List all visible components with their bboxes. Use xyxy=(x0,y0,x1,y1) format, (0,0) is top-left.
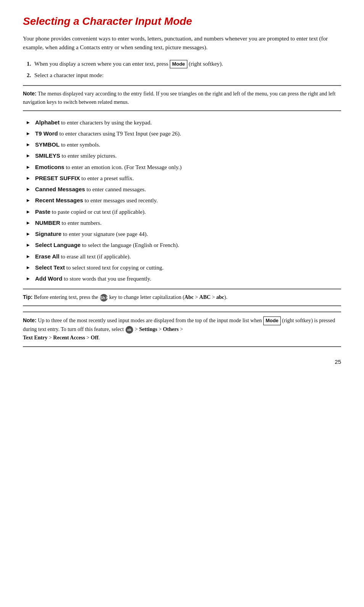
list-item: Select Text to select stored text for co… xyxy=(27,263,341,272)
list-item: Select Language to select the language (… xyxy=(27,241,341,250)
note1-label: Note: xyxy=(23,90,37,97)
item-bold: Select Text xyxy=(35,264,65,271)
tip-box: Tip: Before entering text, press the Sh✕… xyxy=(23,289,341,306)
list-item: Signature to enter your signature (see p… xyxy=(27,229,341,239)
item-bold: SMILEYS xyxy=(35,152,60,159)
menu-icon: ok xyxy=(126,326,133,334)
item-text: to select stored text for copying or cut… xyxy=(65,265,164,271)
list-item: PRESET SUFFIX to enter a preset suffix. xyxy=(27,174,341,183)
item-bold: Erase All xyxy=(35,253,60,260)
tip-text2: key to change letter capitalization (Abc… xyxy=(108,294,227,300)
item-text: to paste copied or cut text (if applicab… xyxy=(50,209,146,215)
item-text: to enter a preset suffix. xyxy=(80,175,134,181)
list-item: Erase All to erase all text (if applicab… xyxy=(27,252,341,261)
page-number: 25 xyxy=(23,358,341,365)
cap-abc: Abc xyxy=(184,294,193,300)
step-1: When you display a screen where you can … xyxy=(27,59,341,69)
note2-label: Note: xyxy=(23,317,37,323)
list-item: Paste to paste copied or cut text (if ap… xyxy=(27,207,341,216)
item-text: to erase all text (if applicable). xyxy=(60,253,131,260)
intro-text: Your phone provides convenient ways to e… xyxy=(23,34,341,52)
steps-list: When you display a screen where you can … xyxy=(27,59,341,80)
item-text: to store words that you use frequently. xyxy=(62,276,151,282)
page-title: Selecting a Character Input Mode xyxy=(23,15,341,27)
item-text: to select the language (English or Frenc… xyxy=(81,242,179,248)
list-item: T9 Word to enter characters using T9 Tex… xyxy=(27,129,341,138)
item-bold: Add Word xyxy=(35,275,62,282)
item-text: to enter numbers. xyxy=(60,220,101,226)
recent-access-bold: Recent Access xyxy=(53,335,85,341)
off-bold: Off xyxy=(91,335,98,341)
mode-key-note2: Mode xyxy=(263,316,281,325)
note1-text: The menus displayed vary according to th… xyxy=(23,91,335,105)
step-2-text: Select a character input mode: xyxy=(34,72,104,78)
step-1-text: When you display a screen where you can … xyxy=(34,61,223,67)
item-bold: Paste xyxy=(35,208,50,215)
settings-bold: Settings xyxy=(139,326,157,332)
item-bold: T9 Word xyxy=(35,130,58,137)
item-text: to enter smiley pictures. xyxy=(60,153,117,159)
mode-key-step1: Mode xyxy=(170,60,187,69)
note2-text1: Up to three of the most recently used in… xyxy=(23,318,335,341)
item-bold: Recent Messages xyxy=(35,197,83,203)
step-2: Select a character input mode: xyxy=(27,71,341,80)
list-item: SYMBOL to enter symbols. xyxy=(27,140,341,149)
item-text: to enter symbols. xyxy=(60,142,100,148)
item-text: to enter characters using T9 Text Input … xyxy=(58,131,181,137)
item-bold: SYMBOL xyxy=(35,141,60,148)
item-text: to enter an emotion icon. (For Text Mess… xyxy=(64,164,182,170)
list-item: Recent Messages to enter messages used r… xyxy=(27,196,341,205)
cap-ABC: ABC xyxy=(199,294,211,300)
item-text: to enter messages used recently. xyxy=(83,197,158,203)
item-bold: Select Language xyxy=(35,242,81,248)
item-text: to enter your signature (see page 44). xyxy=(61,231,148,237)
text-entry-bold: Text Entry xyxy=(23,335,47,341)
item-text: to enter characters by using the keypad. xyxy=(60,119,152,126)
list-item: SMILEYS to enter smiley pictures. xyxy=(27,151,341,160)
tip-text1: Before entering text, press the xyxy=(32,294,99,300)
item-text: to enter canned messages. xyxy=(85,186,146,192)
others-bold: Others xyxy=(163,326,179,332)
note1-box: Note: The menus displayed vary according… xyxy=(23,85,341,111)
list-item: Add Word to store words that you use fre… xyxy=(27,274,341,283)
note2-box: Note: Up to three of the most recently u… xyxy=(23,312,341,347)
list-item: Canned Messages to enter canned messages… xyxy=(27,185,341,194)
list-item: Emoticons to enter an emotion icon. (For… xyxy=(27,163,341,172)
item-bold: NUMBER xyxy=(35,220,60,226)
list-item: NUMBER to enter numbers. xyxy=(27,218,341,228)
item-bold: Signature xyxy=(35,231,61,237)
item-bold: Canned Messages xyxy=(35,186,85,192)
list-item: Alphabet to enter characters by using th… xyxy=(27,118,341,127)
tip-label: Tip: xyxy=(23,294,32,300)
cap-abc2: abc xyxy=(216,294,224,300)
shift-icon: Sh✕ xyxy=(100,294,108,302)
item-bold: Alphabet xyxy=(35,119,60,126)
item-bold: Emoticons xyxy=(35,164,64,170)
item-bold: PRESET SUFFIX xyxy=(35,175,80,181)
options-list: Alphabet to enter characters by using th… xyxy=(27,118,341,284)
